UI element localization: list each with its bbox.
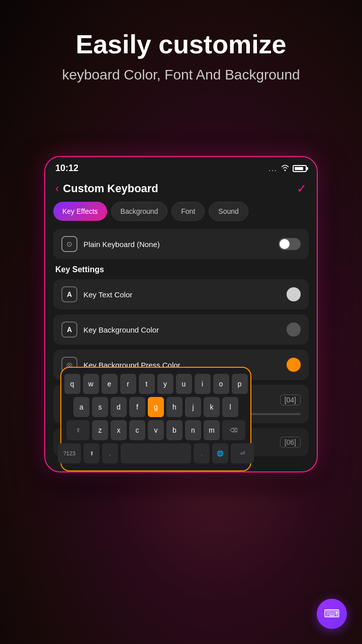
- kb-key-x[interactable]: x: [111, 420, 127, 440]
- kb-key-f[interactable]: f: [129, 397, 145, 417]
- promo-subtitle: keyboard Color, Font And Background: [20, 67, 342, 83]
- key-bg-icon: A: [61, 321, 77, 338]
- kb-key-o[interactable]: o: [213, 374, 229, 394]
- key-corner-value: [04]: [280, 394, 301, 406]
- kb-key-u[interactable]: u: [176, 374, 192, 394]
- key-text-color-label: Key Text Color: [83, 290, 132, 299]
- battery-icon: [293, 165, 307, 172]
- header-title: Custom Keyboard: [63, 182, 158, 195]
- status-time: 10:12: [55, 163, 78, 174]
- kb-key-q[interactable]: q: [64, 374, 80, 394]
- partial-value: [06]: [280, 437, 301, 448]
- kb-key-num[interactable]: ?123: [58, 443, 81, 463]
- fab-keyboard-icon: ⌨: [324, 607, 340, 620]
- kb-key-g[interactable]: g: [148, 397, 164, 417]
- key-text-color-row[interactable]: A Key Text Color: [53, 279, 309, 309]
- plain-keyboard-row[interactable]: ⊙ Plain Keyboard (None): [53, 229, 309, 259]
- kb-key-k[interactable]: k: [204, 397, 220, 417]
- key-text-color-swatch[interactable]: [287, 287, 301, 301]
- kb-key-space[interactable]: [121, 443, 191, 463]
- kb-key-share[interactable]: ⬆: [83, 443, 100, 463]
- key-bg-color-swatch[interactable]: [287, 323, 301, 337]
- plain-keyboard-toggle[interactable]: [279, 238, 301, 250]
- kb-key-l[interactable]: l: [222, 397, 238, 417]
- kb-key-i[interactable]: i: [195, 374, 211, 394]
- keyboard-overlay: q w e r t y u i o p a s d f g h j k l ⇧ …: [60, 367, 251, 471]
- kb-key-v[interactable]: v: [148, 420, 164, 440]
- kb-key-comma[interactable]: ,: [102, 443, 118, 463]
- kb-key-a[interactable]: a: [73, 397, 89, 417]
- kb-key-m[interactable]: m: [204, 420, 220, 440]
- kb-key-shift[interactable]: ⇧: [66, 420, 89, 440]
- fab-keyboard-button[interactable]: ⌨: [317, 599, 347, 629]
- kb-key-b[interactable]: b: [166, 420, 183, 440]
- tab-key-effects[interactable]: Key Effects: [53, 202, 107, 221]
- kb-key-w[interactable]: w: [83, 374, 99, 394]
- key-bg-color-row[interactable]: A Key Background Color: [53, 314, 309, 345]
- tab-sound[interactable]: Sound: [209, 202, 248, 221]
- confirm-button[interactable]: ✓: [297, 182, 307, 196]
- tabs-container: Key Effects Background Font Sound: [45, 202, 317, 221]
- app-header: ‹ Custom Keyboard ✓: [45, 178, 317, 202]
- kb-key-n[interactable]: n: [185, 420, 201, 440]
- kb-row-3: ⇧ z x c v b n m ⌫: [65, 420, 246, 440]
- back-button[interactable]: ‹: [55, 182, 59, 195]
- kb-key-j[interactable]: j: [185, 397, 201, 417]
- tab-background[interactable]: Background: [111, 202, 168, 221]
- kb-key-backspace[interactable]: ⌫: [222, 420, 245, 440]
- kb-key-e[interactable]: e: [102, 374, 118, 394]
- kb-key-c[interactable]: c: [129, 420, 145, 440]
- kb-row-4: ?123 ⬆ , . 🌐 ⏎: [65, 443, 246, 463]
- kb-key-s[interactable]: s: [92, 397, 108, 417]
- kb-key-r[interactable]: r: [120, 374, 136, 394]
- kb-key-t[interactable]: t: [139, 374, 155, 394]
- promo-title: Easily customize: [20, 30, 342, 59]
- plain-keyboard-icon: ⊙: [61, 236, 77, 252]
- key-bg-press-color-swatch[interactable]: [287, 358, 301, 372]
- kb-key-z[interactable]: z: [92, 420, 108, 440]
- kb-key-period[interactable]: .: [194, 443, 210, 463]
- kb-key-globe[interactable]: 🌐: [212, 443, 228, 463]
- kb-key-d[interactable]: d: [111, 397, 127, 417]
- status-icons: ...: [268, 164, 307, 173]
- kb-key-y[interactable]: y: [157, 374, 173, 394]
- kb-key-h[interactable]: h: [166, 397, 183, 417]
- wifi-icon: [281, 164, 290, 173]
- key-settings-title: Key Settings: [53, 265, 309, 274]
- tab-font[interactable]: Font: [171, 202, 205, 221]
- kb-row-2: a s d f g h j k l: [65, 397, 246, 417]
- plain-keyboard-label: Plain Keyboard (None): [83, 240, 160, 249]
- kb-row-1: q w e r t y u i o p: [65, 374, 246, 394]
- status-bar: 10:12 ...: [45, 157, 317, 178]
- key-bg-color-label: Key Background Color: [83, 326, 159, 334]
- kb-key-return[interactable]: ⏎: [231, 443, 254, 463]
- status-dots-icon: ...: [268, 165, 278, 173]
- phone-mockup: 10:12 ... ‹ Custom Keyboard ✓ Key Eff: [44, 156, 318, 472]
- kb-key-p[interactable]: p: [232, 374, 248, 394]
- key-text-icon: A: [61, 286, 77, 302]
